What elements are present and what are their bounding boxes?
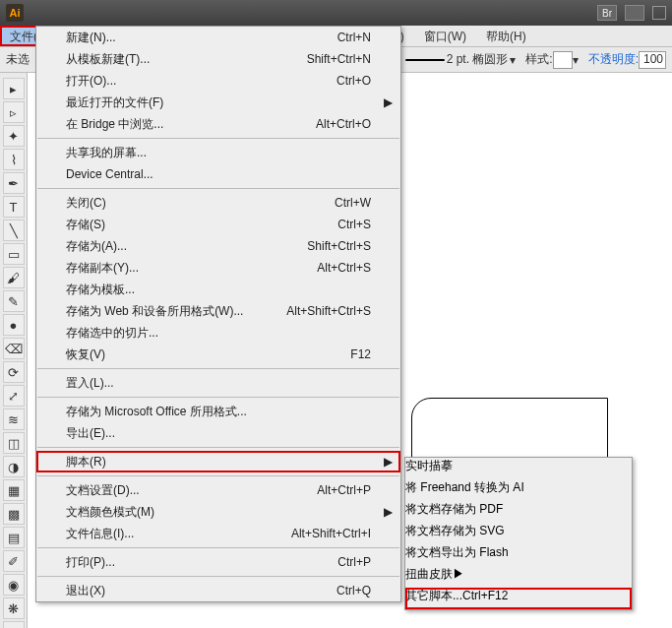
menu-item-label: 实时描摹 [405,459,453,472]
menu-window[interactable]: 窗口(W) [414,26,476,46]
gradient-tool-icon[interactable]: ▤ [3,527,25,548]
app-logo-icon: Ai [6,4,24,22]
menu-item-label: 导出(E)... [66,425,115,442]
file-menu-item[interactable]: 从模板新建(T)...Shift+Ctrl+N [36,48,400,70]
eyedropper-tool-icon[interactable]: ✐ [3,550,25,572]
selection-label: 未选 [6,51,39,68]
script-submenu-item[interactable]: 将文档存储为 PDF [405,501,632,523]
opacity-input[interactable]: 100 [639,51,666,69]
file-menu-item[interactable]: 文档设置(D)...Alt+Ctrl+P [36,479,400,501]
menu-item-label: 最近打开的文件(F) [66,94,163,111]
stroke-profile-label: 2 pt. 椭圆形 [447,51,509,68]
file-menu-dropdown: 新建(N)...Ctrl+N从模板新建(T)...Shift+Ctrl+N打开(… [35,26,401,602]
file-menu-item[interactable]: 文件信息(I)...Alt+Shift+Ctrl+I [36,523,400,544]
menu-separator [37,138,399,139]
menu-item-label: 置入(L)... [66,375,114,392]
scale-tool-icon[interactable]: ⤢ [3,385,25,407]
toolbox: ▸ ▹ ✦ ⌇ ✒ T ╲ ▭ 🖌 ✎ ● ⌫ ⟳ ⤢ ≋ ◫ ◑ ▦ ▩ ▤ … [0,73,28,628]
file-menu-item[interactable]: 导出(E)... [36,422,400,444]
rectangle-tool-icon[interactable]: ▭ [3,243,25,265]
menu-item-label: 存储为模板... [66,282,135,298]
app-header: Ai Br [0,0,672,26]
symbol-sprayer-tool-icon[interactable]: ❋ [3,597,25,619]
menu-item-label: 存储为 Web 和设备所用格式(W)... [66,303,243,320]
file-menu-item[interactable]: 存储为 Microsoft Office 所用格式... [36,401,400,422]
line-tool-icon[interactable]: ╲ [3,220,25,241]
submenu-arrow-icon: ▶ [453,567,464,581]
selection-tool-icon[interactable]: ▸ [3,78,25,99]
file-menu-item[interactable]: 脚本(R)▶ [36,451,400,472]
eraser-tool-icon[interactable]: ⌫ [3,338,25,359]
file-menu-item[interactable]: 退出(X)Ctrl+Q [36,580,400,601]
script-submenu-item[interactable]: 将文档导出为 Flash [405,544,632,566]
file-menu-item[interactable]: 打印(P)...Ctrl+P [36,551,400,573]
menu-item-label: 退出(X) [66,583,105,599]
file-menu-item[interactable]: Device Central... [36,163,400,185]
script-submenu: 实时描摹将 Freehand 转换为 AI将文档存储为 PDF将文档存储为 SV… [404,457,633,610]
file-menu-item[interactable]: 最近打开的文件(F)▶ [36,92,400,113]
script-submenu-item[interactable]: 将 Freehand 转换为 AI [405,479,632,501]
menu-help[interactable]: 帮助(H) [476,26,536,46]
menu-item-label: 打开(O)... [66,73,116,90]
menu-item-label: 存储(S) [66,217,105,233]
menu-item-label: 扭曲皮肤 [405,567,453,581]
mesh-tool-icon[interactable]: ▩ [3,503,25,525]
column-graph-tool-icon[interactable]: ▮ [3,621,25,628]
file-menu-item[interactable]: 文档颜色模式(M)▶ [36,501,400,523]
file-menu-item[interactable]: 存储为(A)...Shift+Ctrl+S [36,235,400,257]
perspective-tool-icon[interactable]: ▦ [3,479,25,501]
menu-separator [37,576,399,577]
blend-tool-icon[interactable]: ◉ [3,574,25,596]
file-menu-item[interactable]: 置入(L)... [36,372,400,394]
file-menu-item[interactable]: 打开(O)...Ctrl+O [36,70,400,92]
lasso-tool-icon[interactable]: ⌇ [3,149,25,170]
menu-item-shortcut: Ctrl+O [336,74,371,88]
menu-item-shortcut: Shift+Ctrl+N [307,52,371,66]
file-menu-item[interactable]: 关闭(C)Ctrl+W [36,192,400,214]
search-icon[interactable] [652,6,666,20]
menu-separator [37,188,399,189]
pencil-tool-icon[interactable]: ✎ [3,290,25,312]
file-menu-item[interactable]: 存储(S)Ctrl+S [36,214,400,235]
bridge-icon[interactable]: Br [597,5,617,21]
magic-wand-tool-icon[interactable]: ✦ [3,125,25,147]
menu-item-label: 将 Freehand 转换为 AI [405,480,524,494]
menu-item-shortcut: Shift+Ctrl+S [307,239,371,253]
stroke-profile[interactable]: 2 pt. 椭圆形 ▾ [405,51,517,68]
paintbrush-tool-icon[interactable]: 🖌 [3,267,25,288]
chevron-down-icon: ▾ [573,53,579,67]
submenu-arrow-icon: ▶ [384,505,393,519]
rotate-tool-icon[interactable]: ⟳ [3,361,25,383]
file-menu-item[interactable]: 新建(N)...Ctrl+N [36,27,400,48]
submenu-arrow-icon: ▶ [384,455,393,469]
opacity-label[interactable]: 不透明度: [588,51,639,68]
file-menu-item[interactable]: 在 Bridge 中浏览...Alt+Ctrl+O [36,113,400,135]
style-swatch[interactable] [553,51,573,69]
menu-item-shortcut: Alt+Ctrl+O [316,117,371,131]
menu-separator [37,368,399,369]
blob-brush-tool-icon[interactable]: ● [3,314,25,336]
workspace-switcher-icon[interactable] [625,5,644,21]
free-transform-tool-icon[interactable]: ◫ [3,432,25,454]
file-menu-item[interactable]: 存储选中的切片... [36,322,400,344]
menu-item-shortcut: Alt+Ctrl+P [317,483,371,497]
menu-item-label: 存储为(A)... [66,238,127,255]
file-menu-item[interactable]: 存储副本(Y)...Alt+Ctrl+S [36,257,400,279]
file-menu-item[interactable]: 恢复(V)F12 [36,344,400,365]
script-submenu-item[interactable]: 将文档存储为 SVG [405,523,632,544]
type-tool-icon[interactable]: T [3,196,25,218]
menu-item-label: 存储选中的切片... [66,325,158,342]
script-submenu-item[interactable]: 实时描摹 [405,458,632,479]
menu-separator [37,475,399,476]
direct-select-tool-icon[interactable]: ▹ [3,101,25,123]
pen-tool-icon[interactable]: ✒ [3,172,25,194]
script-submenu-item[interactable]: 扭曲皮肤▶ [405,566,632,588]
stroke-profile-preview-icon [405,59,445,61]
file-menu-item[interactable]: 存储为 Web 和设备所用格式(W)...Alt+Shift+Ctrl+S [36,300,400,322]
file-menu-item[interactable]: 共享我的屏幕... [36,142,400,163]
width-tool-icon[interactable]: ≋ [3,408,25,430]
script-submenu-item[interactable]: 其它脚本...Ctrl+F12 [405,588,632,609]
shape-builder-tool-icon[interactable]: ◑ [3,456,25,477]
file-menu-item[interactable]: 存储为模板... [36,279,400,300]
menu-separator [37,447,399,448]
